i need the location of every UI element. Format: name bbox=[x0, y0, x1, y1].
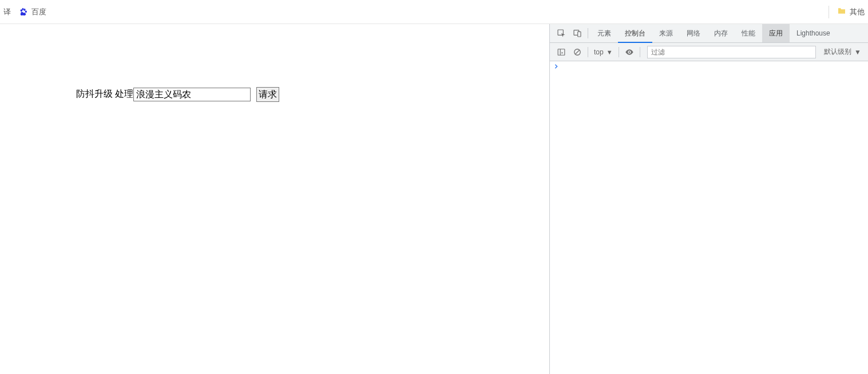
context-label: top bbox=[594, 48, 604, 56]
page-content: 防抖升级 处理 请求 bbox=[0, 24, 549, 102]
filter-input[interactable] bbox=[647, 46, 817, 58]
bookmark-label: 百度 bbox=[31, 7, 46, 17]
bookmark-label: 译 bbox=[3, 7, 11, 17]
chevron-right-icon bbox=[553, 63, 559, 71]
bookmark-item-other[interactable]: 其他 bbox=[837, 6, 865, 17]
bookmark-label: 其他 bbox=[850, 7, 865, 17]
folder-icon bbox=[837, 6, 846, 17]
context-select[interactable]: top ▼ bbox=[590, 48, 616, 56]
inspect-icon[interactable] bbox=[553, 24, 569, 42]
tab-console[interactable]: 控制台 bbox=[618, 24, 652, 42]
tab-sources[interactable]: 来源 bbox=[652, 24, 680, 42]
bookmark-right: 其他 bbox=[829, 6, 865, 18]
console-body[interactable] bbox=[550, 61, 868, 374]
svg-rect-6 bbox=[578, 32, 581, 37]
console-toolbar: top ▼ 默认级别 ▼ bbox=[550, 43, 868, 61]
label-text: 防抖升级 处理 bbox=[76, 88, 133, 100]
svg-rect-7 bbox=[558, 49, 565, 55]
device-toggle-icon[interactable] bbox=[569, 24, 585, 42]
svg-point-0 bbox=[21, 9, 22, 11]
bookmark-item-truncated[interactable]: 译 bbox=[3, 7, 11, 17]
tab-performance[interactable]: 性能 bbox=[735, 24, 762, 42]
divider bbox=[829, 6, 829, 18]
text-input[interactable] bbox=[133, 88, 251, 101]
bookmark-bar: 译 百度 其他 bbox=[0, 0, 868, 24]
chevron-down-icon: ▼ bbox=[607, 49, 613, 56]
level-label: 默认级别 bbox=[824, 47, 851, 57]
svg-point-1 bbox=[22, 8, 23, 10]
baidu-icon bbox=[19, 7, 28, 17]
page-pane: 防抖升级 处理 请求 bbox=[0, 24, 549, 374]
divider bbox=[588, 28, 588, 38]
bookmark-item-baidu[interactable]: 百度 bbox=[19, 7, 46, 17]
devtools-panel: 元素 控制台 来源 网络 内存 性能 应用 Lighthouse top ▼ bbox=[549, 24, 868, 374]
tab-memory[interactable]: 内存 bbox=[707, 24, 735, 42]
svg-point-9 bbox=[628, 51, 630, 53]
tab-application[interactable]: 应用 bbox=[762, 24, 790, 42]
sidebar-toggle-icon[interactable] bbox=[553, 45, 569, 59]
divider bbox=[588, 47, 588, 57]
form-row: 防抖升级 处理 请求 bbox=[76, 87, 549, 102]
split-pane: 防抖升级 处理 请求 元素 控制台 来源 网络 内存 性能 应用 Lightho… bbox=[0, 24, 868, 374]
divider bbox=[619, 47, 619, 57]
divider bbox=[640, 47, 640, 57]
console-prompt[interactable] bbox=[550, 61, 868, 73]
tab-elements[interactable]: 元素 bbox=[590, 24, 618, 42]
chevron-down-icon: ▼ bbox=[854, 48, 861, 56]
live-expression-icon[interactable] bbox=[621, 45, 637, 59]
svg-point-2 bbox=[23, 8, 25, 10]
request-button[interactable]: 请求 bbox=[256, 87, 279, 102]
tab-network[interactable]: 网络 bbox=[680, 24, 707, 42]
tab-lighthouse[interactable]: Lighthouse bbox=[790, 24, 837, 42]
svg-point-3 bbox=[25, 10, 27, 13]
clear-console-icon[interactable] bbox=[569, 45, 585, 59]
bookmark-left: 译 百度 bbox=[3, 7, 46, 17]
log-level-select[interactable]: 默认级别 ▼ bbox=[821, 47, 865, 57]
devtools-tabbar: 元素 控制台 来源 网络 内存 性能 应用 Lighthouse bbox=[550, 24, 868, 43]
